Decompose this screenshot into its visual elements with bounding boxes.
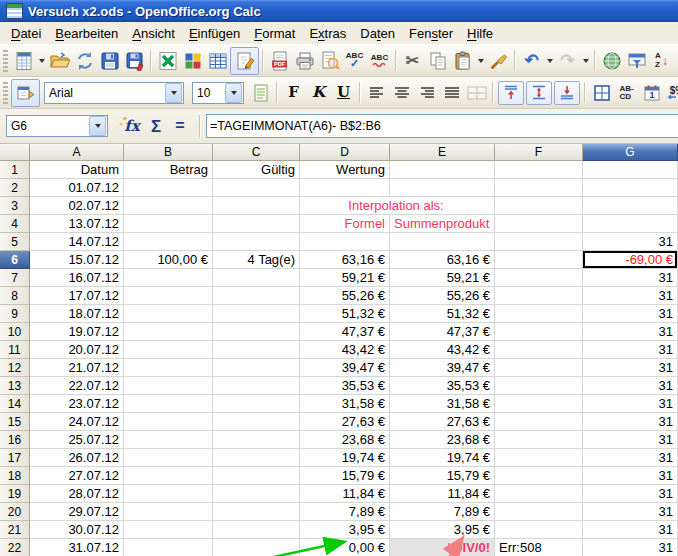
menu-ansicht[interactable]: Ansicht	[125, 23, 182, 44]
paste-dropdown[interactable]	[475, 48, 486, 73]
row-header-16[interactable]: 16	[0, 431, 30, 449]
cell-B5[interactable]	[124, 233, 213, 251]
cell-F15[interactable]	[495, 413, 583, 431]
cell-D16[interactable]: 23,68 €	[300, 431, 390, 449]
justify-button[interactable]	[439, 80, 464, 105]
cell-C17[interactable]	[213, 449, 300, 467]
dropdown-button[interactable]	[225, 83, 242, 103]
gallery-button[interactable]	[180, 48, 205, 73]
row-header-19[interactable]: 19	[0, 485, 30, 503]
cell-E9[interactable]: 51,32 €	[390, 305, 495, 323]
italic-button[interactable]: K	[306, 80, 331, 105]
borders-button[interactable]	[589, 80, 614, 105]
cell-A20[interactable]: 29.07.12	[30, 503, 124, 521]
cell-D5[interactable]	[300, 233, 390, 251]
cell-E12[interactable]: 39,47 €	[390, 359, 495, 377]
cell-E18[interactable]: 15,79 €	[390, 467, 495, 485]
cell-B8[interactable]	[124, 287, 213, 305]
cell-A15[interactable]: 24.07.12	[30, 413, 124, 431]
cell-C16[interactable]	[213, 431, 300, 449]
cell-A3[interactable]: 02.07.12	[30, 197, 124, 215]
cell-C5[interactable]	[213, 233, 300, 251]
cell-F8[interactable]	[495, 287, 583, 305]
styles-button[interactable]	[11, 79, 40, 107]
cell-D20[interactable]: 7,89 €	[300, 503, 390, 521]
cell-G4[interactable]	[583, 215, 678, 233]
cut-button[interactable]: ✂	[400, 48, 425, 73]
spellcheck-button[interactable]: ABC✓	[342, 48, 367, 73]
cell-A14[interactable]: 23.07.12	[30, 395, 124, 413]
row-header-5[interactable]: 5	[0, 233, 30, 251]
col-header-B[interactable]: B	[124, 144, 213, 161]
cell-F5[interactable]	[495, 233, 583, 251]
menu-hilfe[interactable]: Hilfe	[460, 23, 500, 44]
cell-B11[interactable]	[124, 341, 213, 359]
new-document-dropdown[interactable]	[36, 48, 47, 73]
function-button[interactable]: =	[168, 114, 192, 138]
row-header-15[interactable]: 15	[0, 413, 30, 431]
cell-F12[interactable]	[495, 359, 583, 377]
cell-B21[interactable]	[124, 521, 213, 539]
cell-E16[interactable]: 23,68 €	[390, 431, 495, 449]
col-header-G[interactable]: G	[583, 144, 678, 161]
print-button[interactable]	[292, 48, 317, 73]
col-header-D[interactable]: D	[300, 144, 390, 161]
underline-button[interactable]: U	[331, 80, 356, 105]
cell-G18[interactable]: 31	[583, 467, 678, 485]
cell-D14[interactable]: 31,58 €	[300, 395, 390, 413]
autofilter-button[interactable]	[624, 48, 649, 73]
menu-bearbeiten[interactable]: Bearbeiten	[48, 23, 125, 44]
cell-D8[interactable]: 55,26 €	[300, 287, 390, 305]
toolbar-grip[interactable]	[3, 50, 8, 72]
page-preview-button[interactable]	[317, 48, 342, 73]
menu-datei[interactable]: Datei	[4, 23, 48, 44]
cell-B16[interactable]	[124, 431, 213, 449]
cell-E14[interactable]: 31,58 €	[390, 395, 495, 413]
cell-E6[interactable]: 63,16 €	[390, 251, 495, 269]
cell-B22[interactable]	[124, 539, 213, 556]
cell-E10[interactable]: 47,37 €	[390, 323, 495, 341]
cell-F21[interactable]	[495, 521, 583, 539]
cell-G7[interactable]: 31	[583, 269, 678, 287]
row-header-13[interactable]: 13	[0, 377, 30, 395]
cell-F22[interactable]: Err:508	[495, 539, 583, 556]
save-as-button[interactable]	[122, 48, 147, 73]
insert-table-button[interactable]	[205, 48, 230, 73]
wrap-text-button[interactable]: AB-CD	[614, 80, 639, 105]
cell-F2[interactable]	[495, 179, 583, 197]
cell-E1[interactable]	[390, 161, 495, 179]
cell-B13[interactable]	[124, 377, 213, 395]
undo-button[interactable]: ↶	[519, 48, 544, 73]
cell-D22[interactable]: 0,00 €	[300, 539, 390, 556]
cell-D19[interactable]: 11,84 €	[300, 485, 390, 503]
cell-G21[interactable]: 31	[583, 521, 678, 539]
date-format-button[interactable]: 1	[639, 80, 664, 105]
align-middle-button[interactable]	[526, 81, 552, 105]
open-button[interactable]	[47, 48, 72, 73]
name-box[interactable]: G6	[6, 115, 108, 137]
cell-D21[interactable]: 3,95 €	[300, 521, 390, 539]
cell-B6[interactable]: 100,00 €	[124, 251, 213, 269]
cell-C7[interactable]	[213, 269, 300, 287]
row-header-7[interactable]: 7	[0, 269, 30, 287]
menu-format[interactable]: Format	[247, 23, 302, 44]
cell-D4[interactable]: Formel	[300, 215, 390, 233]
cell-E19[interactable]: 11,84 €	[390, 485, 495, 503]
cell-C22[interactable]	[213, 539, 300, 556]
cell-C8[interactable]	[213, 287, 300, 305]
cell-E20[interactable]: 7,89 €	[390, 503, 495, 521]
cell-A7[interactable]: 16.07.12	[30, 269, 124, 287]
col-header-C[interactable]: C	[213, 144, 300, 161]
cell-E17[interactable]: 19,74 €	[390, 449, 495, 467]
cell-B1[interactable]: Betrag	[124, 161, 213, 179]
cell-E13[interactable]: 35,53 €	[390, 377, 495, 395]
cell-C10[interactable]	[213, 323, 300, 341]
save-button[interactable]	[97, 48, 122, 73]
cell-C21[interactable]	[213, 521, 300, 539]
cell-G14[interactable]: 31	[583, 395, 678, 413]
name-box-dropdown[interactable]	[89, 116, 106, 136]
col-header-E[interactable]: E	[390, 144, 495, 161]
merge-cells-button[interactable]	[464, 80, 489, 105]
cell-G11[interactable]: 31	[583, 341, 678, 359]
cell-A19[interactable]: 28.07.12	[30, 485, 124, 503]
